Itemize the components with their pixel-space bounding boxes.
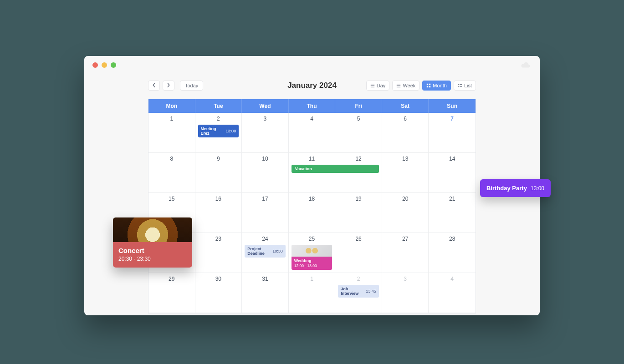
day-cell[interactable]: 31 xyxy=(242,273,289,313)
day-number: 29 xyxy=(151,276,192,282)
day-cell[interactable]: 26 xyxy=(335,233,382,273)
event-title: Wedding xyxy=(294,258,312,263)
day-cell[interactable]: 24 Project Deadline 10:30 xyxy=(242,233,289,273)
day-cell[interactable]: 28 xyxy=(429,233,476,273)
event-title: Birthday Party xyxy=(486,185,527,192)
day-cell[interactable]: 1 xyxy=(148,113,195,153)
weekday: Sat xyxy=(382,99,429,113)
day-number: 11 xyxy=(292,156,332,162)
day-number: 31 xyxy=(245,276,286,282)
event-deadline[interactable]: Project Deadline 10:30 xyxy=(245,245,286,258)
day-cell[interactable]: 2 Job Interview 13:45 xyxy=(335,273,382,313)
day-number: 3 xyxy=(245,116,286,122)
day-number: 2 xyxy=(338,276,379,282)
event-title: Project Deadline xyxy=(247,247,272,256)
minimize-icon[interactable] xyxy=(102,62,107,68)
close-icon[interactable] xyxy=(92,62,98,68)
day-number: 21 xyxy=(431,196,473,202)
day-cell[interactable]: 8 xyxy=(148,153,195,193)
day-cell[interactable]: 7 xyxy=(429,113,476,153)
view-week-button[interactable]: Week xyxy=(392,81,419,91)
day-cell[interactable]: 12 xyxy=(335,153,382,193)
list-icon xyxy=(396,83,401,88)
titlebar xyxy=(84,56,540,74)
day-cell[interactable]: 6 xyxy=(382,113,429,153)
event-title: Meeting Erez xyxy=(201,126,226,136)
event-interview[interactable]: Job Interview 13:45 xyxy=(338,285,379,298)
day-cell[interactable]: 11 Vacation xyxy=(289,153,336,193)
weekday: Sun xyxy=(429,99,476,113)
day-number: 24 xyxy=(245,236,286,242)
event-wedding[interactable]: Wedding 12:00 - 18:00 xyxy=(292,245,332,270)
event-time: 10:30 xyxy=(272,249,283,253)
event-vacation[interactable]: Vacation xyxy=(292,165,379,173)
event-time: 13:45 xyxy=(366,289,376,293)
list-icon xyxy=(370,83,375,88)
rings-icon xyxy=(292,245,332,257)
day-cell[interactable]: 13 xyxy=(382,153,429,193)
svg-rect-1 xyxy=(429,84,430,85)
day-number: 4 xyxy=(292,116,332,122)
event-concert-card[interactable]: Concert 20:30 - 23:30 xyxy=(113,217,192,268)
day-cell[interactable]: 25 Wedding 12:00 - 18:00 xyxy=(289,233,336,273)
view-list-button[interactable]: List xyxy=(454,81,476,91)
event-time: 12:00 - 18:00 xyxy=(294,263,317,268)
day-cell[interactable]: 23 xyxy=(195,233,242,273)
day-cell[interactable]: 20 xyxy=(382,193,429,233)
event-title: Job Interview xyxy=(341,287,366,296)
day-cell[interactable]: 4 xyxy=(429,273,476,313)
day-number: 2 xyxy=(198,116,239,122)
view-label: List xyxy=(464,83,472,88)
day-cell[interactable]: 3 xyxy=(382,273,429,313)
weekday: Wed xyxy=(242,99,289,113)
day-cell[interactable]: 18 xyxy=(289,193,336,233)
maximize-icon[interactable] xyxy=(111,62,116,68)
day-cell[interactable]: 30 xyxy=(195,273,242,313)
day-number: 28 xyxy=(431,236,473,242)
event-time: 13:00 xyxy=(531,185,544,192)
svg-rect-3 xyxy=(429,86,430,87)
day-cell[interactable]: 2 Meeting Erez 13:00 xyxy=(195,113,242,153)
day-cell[interactable]: 10 xyxy=(242,153,289,193)
day-cell[interactable]: 3 xyxy=(242,113,289,153)
day-cell[interactable]: 16 xyxy=(195,193,242,233)
day-cell[interactable]: 27 xyxy=(382,233,429,273)
day-number: 18 xyxy=(292,196,332,202)
chevron-left-icon xyxy=(152,83,156,88)
day-number: 7 xyxy=(431,116,473,122)
day-number: 4 xyxy=(431,276,473,282)
day-cell[interactable]: 17 xyxy=(242,193,289,233)
view-day-button[interactable]: Day xyxy=(366,81,390,91)
day-number: 1 xyxy=(151,116,192,122)
weekday: Fri xyxy=(335,99,382,113)
day-number: 12 xyxy=(338,156,379,162)
event-title: Concert xyxy=(118,247,187,254)
view-label: Week xyxy=(403,83,415,88)
day-number: 20 xyxy=(385,196,426,202)
day-cell[interactable]: 29 xyxy=(148,273,195,313)
weekday: Tue xyxy=(195,99,242,113)
next-button[interactable] xyxy=(163,81,174,91)
day-number: 25 xyxy=(292,236,332,242)
event-title: Vacation xyxy=(295,167,312,171)
nav-group: Today xyxy=(148,81,203,91)
day-cell[interactable]: 14 xyxy=(429,153,476,193)
event-time: 13:00 xyxy=(226,129,236,133)
day-number: 6 xyxy=(385,116,426,122)
event-birthday-popover[interactable]: Birthday Party 13:00 xyxy=(480,179,551,197)
day-cell[interactable]: 9 xyxy=(195,153,242,193)
day-cell[interactable]: 1 xyxy=(289,273,336,313)
view-label: Day xyxy=(377,83,386,88)
view-month-button[interactable]: Month xyxy=(422,81,451,91)
grid-icon xyxy=(426,83,431,88)
day-cell[interactable]: 5 xyxy=(335,113,382,153)
view-switcher: Day Week Month List xyxy=(366,81,476,91)
cloud-icon xyxy=(521,61,531,69)
day-cell[interactable]: 19 xyxy=(335,193,382,233)
today-button[interactable]: Today xyxy=(180,81,203,91)
event-meeting[interactable]: Meeting Erez 13:00 xyxy=(198,125,239,137)
day-cell[interactable]: 4 xyxy=(289,113,336,153)
prev-button[interactable] xyxy=(148,81,160,91)
day-number: 26 xyxy=(338,236,379,242)
day-cell[interactable]: 21 xyxy=(429,193,476,233)
